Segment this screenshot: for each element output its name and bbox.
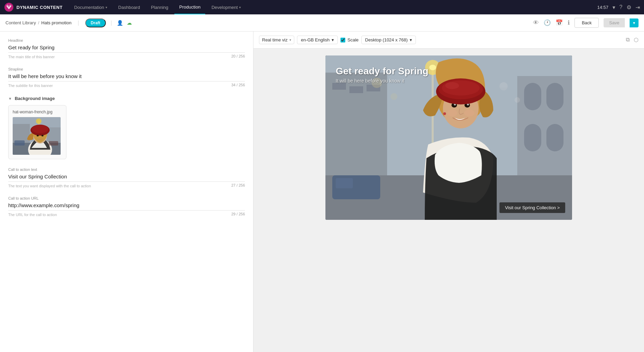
scale-checkbox-group: Scale (340, 37, 359, 42)
svg-point-44 (391, 93, 397, 100)
section-header-bg-image[interactable]: ▼ Background image (8, 96, 245, 101)
scale-label[interactable]: Scale (347, 37, 359, 42)
nav-development[interactable]: Development ▾ (207, 0, 246, 14)
nav-dashboard[interactable]: Dashboard (113, 0, 145, 14)
svg-point-42 (443, 112, 446, 115)
svg-rect-14 (49, 141, 58, 146)
headline-hint: The main title of this banner (8, 55, 55, 59)
headline-counter: The main title of this banner 20 / 256 (8, 53, 245, 59)
cta-text-label: Call to action text (8, 167, 245, 172)
strapline-input[interactable] (8, 73, 245, 81)
save-button[interactable]: Save (604, 18, 625, 27)
app-logo: DYNAMIC CONTENT (4, 2, 63, 12)
svg-point-45 (499, 82, 508, 90)
svg-point-6 (36, 118, 41, 124)
strapline-label: Strapline (8, 67, 245, 71)
language-label: en-GB English (301, 37, 330, 42)
cta-text-hint: The text you want displayed with the cal… (8, 184, 91, 188)
scale-checkbox[interactable] (340, 38, 345, 42)
cta-text-input[interactable] (8, 174, 245, 182)
cta-text-counter: The text you want displayed with the cal… (8, 183, 245, 188)
external-link-icon[interactable]: ⬡ (634, 37, 639, 43)
nav-right-controls: 14:57 ▾ ? ⚙ ⇥ (597, 4, 640, 11)
back-button[interactable]: Back (574, 18, 599, 28)
cta-url-counter: The URL for the call to action 29 / 256 (8, 211, 245, 217)
nav-dropdown-icon[interactable]: ▾ (612, 4, 615, 11)
duplicate-icon[interactable]: ⧉ (626, 37, 630, 43)
cta-text-count: 27 / 256 (231, 183, 245, 187)
cta-url-hint: The URL for the call to action (8, 213, 57, 217)
viz-dropdown-arrow-icon: ▾ (289, 38, 291, 42)
status-badge[interactable]: Draft (85, 18, 106, 27)
left-panel: Headline The main title of this banner 2… (0, 32, 253, 352)
image-card[interactable]: hat-woman-french.jpg (8, 105, 66, 159)
help-icon[interactable]: ? (619, 4, 622, 10)
headline-count: 20 / 256 (231, 54, 245, 58)
dropdown-arrow-icon: ▾ (239, 5, 241, 9)
banner-cta-button[interactable]: Visit our Spring Collection > (499, 202, 565, 213)
main-layout: Headline The main title of this banner 2… (0, 32, 644, 352)
app-name: DYNAMIC CONTENT (16, 5, 63, 10)
right-toolbar: Real time viz ▾ en-GB English ▾ Scale De… (253, 32, 644, 49)
svg-rect-18 (349, 86, 363, 93)
settings-icon[interactable]: ⚙ (627, 4, 631, 11)
device-dropdown-arrow-icon: ▾ (410, 37, 412, 42)
top-navigation: DYNAMIC CONTENT Documentation ▾ Dashboar… (0, 0, 644, 14)
svg-point-12 (41, 135, 44, 137)
breadcrumb: Content Library / Hats promotion (5, 20, 72, 25)
strapline-counter: The subtitle for this banner 34 / 256 (8, 82, 245, 88)
cta-url-label: Call to action URL (8, 196, 245, 200)
image-filename: hat-woman-french.jpg (13, 110, 62, 114)
main-toolbar: Content Library / Hats promotion | Draft… (0, 14, 644, 32)
language-select[interactable]: en-GB English ▾ (297, 36, 338, 44)
dropdown-arrow-icon: ▾ (106, 5, 107, 9)
history-icon[interactable]: 🕐 (544, 19, 551, 26)
svg-rect-23 (524, 124, 541, 151)
cta-url-count: 29 / 256 (231, 212, 245, 216)
device-select[interactable]: Desktop (1024 x 768) ▾ (361, 36, 416, 44)
calendar-icon[interactable]: 📅 (556, 19, 563, 26)
svg-point-32 (447, 110, 457, 116)
strapline-field-group: Strapline The subtitle for this banner 3… (8, 67, 245, 88)
breadcrumb-root[interactable]: Content Library (5, 20, 36, 25)
nav-time: 14:57 (597, 5, 609, 10)
svg-rect-13 (14, 140, 25, 146)
right-toolbar-icons: ⧉ ⬡ (626, 37, 639, 43)
nav-documentation[interactable]: Documentation ▾ (70, 0, 112, 14)
strapline-hint: The subtitle for this banner (8, 84, 53, 88)
lang-dropdown-arrow-icon: ▾ (332, 37, 334, 42)
preview-area: Get ready for Spring It will be here bef… (253, 49, 644, 352)
banner-text-overlay: Get ready for Spring It will be here bef… (336, 66, 429, 84)
section-header-label: Background image (15, 96, 55, 101)
info-icon[interactable]: ℹ (568, 19, 570, 26)
svg-point-46 (515, 97, 520, 103)
toolbar-sep: | (111, 20, 112, 26)
chevron-down-icon: ▼ (8, 97, 12, 101)
logout-icon[interactable]: ⇥ (635, 4, 640, 11)
cta-text-field-group: Call to action text The text you want di… (8, 167, 245, 188)
nav-production[interactable]: Production (174, 0, 205, 14)
user-icon[interactable]: 👤 (117, 20, 123, 26)
device-label: Desktop (1024 x 768) (365, 37, 408, 42)
nav-planning[interactable]: Planning (146, 0, 173, 14)
logo-icon (4, 2, 14, 12)
cta-url-field-group: Call to action URL The URL for the call … (8, 196, 245, 217)
eye-icon[interactable]: 👁 (533, 20, 539, 26)
svg-point-28 (429, 65, 436, 70)
cloud-icon[interactable]: ☁ (127, 20, 132, 26)
headline-field-group: Headline The main title of this banner 2… (8, 38, 245, 59)
banner-headline: Get ready for Spring (336, 66, 429, 77)
svg-rect-30 (336, 178, 353, 188)
image-thumbnail (13, 117, 61, 155)
toolbar-separator: | (78, 20, 79, 26)
right-panel: Real time viz ▾ en-GB English ▾ Scale De… (253, 32, 644, 352)
cta-url-input[interactable] (8, 202, 245, 211)
svg-rect-22 (546, 83, 564, 110)
toolbar-right: 👁 🕐 📅 ℹ Back Save ▾ (533, 18, 639, 28)
viz-mode-label: Real time viz (262, 37, 287, 42)
banner-subline: It will be here before you know it (336, 78, 429, 84)
viz-mode-select[interactable]: Real time viz ▾ (259, 36, 294, 44)
save-dropdown-button[interactable]: ▾ (630, 18, 639, 27)
thumbnail-image (13, 117, 61, 155)
headline-input[interactable] (8, 45, 245, 53)
